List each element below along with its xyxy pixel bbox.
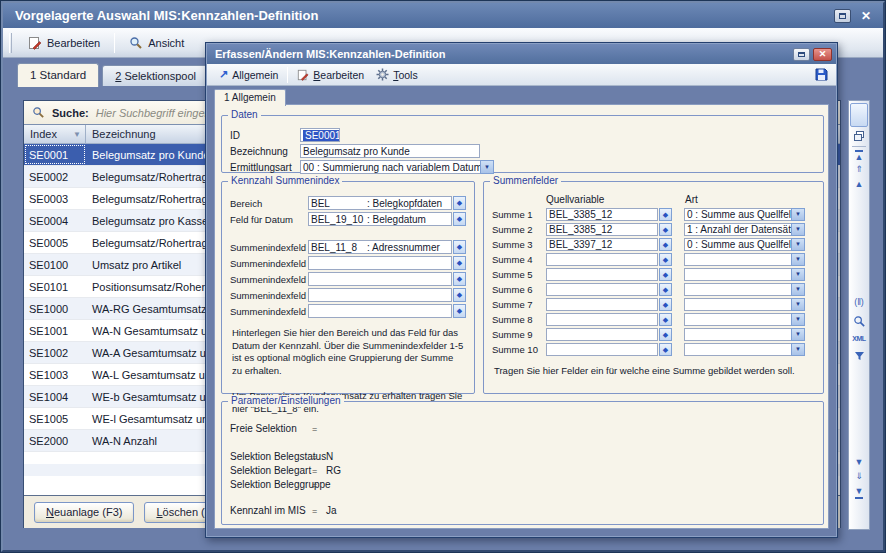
tab-allgemein[interactable]: 1 Allgemein bbox=[214, 89, 286, 106]
dialog-restore-button[interactable] bbox=[793, 48, 810, 61]
quellvariable-lookup-icon[interactable]: ◆ bbox=[659, 223, 672, 236]
summenindexfeld-lookup-icon[interactable]: ◆ bbox=[453, 304, 466, 318]
quellvariable-lookup-icon[interactable]: ◆ bbox=[659, 283, 672, 296]
ansicht-button[interactable]: Ansicht bbox=[119, 32, 194, 54]
dialog-bearbeiten-menu[interactable]: Bearbeiten bbox=[291, 67, 370, 83]
copy-icon[interactable] bbox=[849, 130, 869, 142]
quellvariable-lookup-icon[interactable]: ◆ bbox=[659, 268, 672, 281]
chevron-down-icon[interactable]: ▼ bbox=[791, 223, 805, 236]
bezeichnung-field[interactable]: Belegumsatz pro Kunde bbox=[300, 144, 480, 158]
bereich-lookup-icon[interactable]: ◆ bbox=[453, 196, 466, 210]
chevron-down-icon[interactable]: ▼ bbox=[480, 160, 494, 174]
allgemein-menu[interactable]: ↗ Allgemein bbox=[213, 66, 284, 83]
quellvariable-lookup-icon[interactable]: ◆ bbox=[659, 253, 672, 266]
maximize-button[interactable] bbox=[834, 9, 851, 23]
quellvariable-field[interactable] bbox=[546, 268, 658, 281]
quellvariable-field[interactable] bbox=[546, 313, 658, 326]
quellvariable-lookup-icon[interactable]: ◆ bbox=[659, 238, 672, 251]
art-combobox[interactable]: 0 : Summe aus Quellfeld▼ bbox=[684, 238, 805, 252]
quellvariable-lookup-icon[interactable]: ◆ bbox=[659, 208, 672, 221]
quellvariable-field[interactable] bbox=[546, 298, 658, 311]
scroll-down-icon[interactable]: ▼ bbox=[849, 458, 869, 467]
quellvariable-field[interactable] bbox=[546, 328, 658, 341]
chevron-down-icon[interactable]: ▼ bbox=[791, 268, 805, 281]
table-cell-index: SE0002 bbox=[24, 166, 86, 187]
scroll-page-up-icon[interactable]: ⇑ bbox=[849, 165, 869, 174]
bereich-field[interactable]: BEL: Belegkopfdaten bbox=[308, 196, 452, 210]
quellvariable-lookup-icon[interactable]: ◆ bbox=[659, 343, 672, 356]
bezeichnung-value: Belegumsatz pro Kunde bbox=[303, 146, 410, 157]
feld-datum-label: Feld für Datum bbox=[230, 214, 308, 225]
summenindexfeld-lookup-icon[interactable]: ◆ bbox=[453, 272, 466, 286]
tab-standard[interactable]: 1 Standard bbox=[17, 63, 99, 87]
id-field[interactable]: SE0001 bbox=[300, 128, 340, 142]
summenindexfeld-lookup-icon[interactable]: ◆ bbox=[453, 256, 466, 270]
quellvariable-field[interactable] bbox=[546, 253, 658, 266]
save-icon[interactable] bbox=[815, 68, 828, 81]
art-combobox[interactable]: 1 : Anzahl der Datensätze▼ bbox=[684, 223, 805, 237]
feld-datum-lookup-icon[interactable]: ◆ bbox=[453, 212, 466, 226]
chevron-down-icon[interactable]: ▼ bbox=[791, 208, 805, 221]
quellvariable-field[interactable]: BEL_3385_12 bbox=[546, 223, 658, 236]
chevron-down-icon[interactable]: ▼ bbox=[791, 238, 805, 251]
summenindexfeld-field[interactable] bbox=[308, 288, 452, 302]
summe-row: Summe 10◆▼ bbox=[492, 343, 815, 357]
art-combobox[interactable]: ▼ bbox=[684, 313, 805, 327]
summe-label: Summe 7 bbox=[492, 299, 546, 310]
column-header-index[interactable]: Index ▼ bbox=[24, 125, 86, 143]
summenindexfeld-field[interactable]: BEL_11_8: Adressnummer bbox=[308, 240, 452, 254]
feld-datum-field[interactable]: BEL_19_10: Belegdatum bbox=[308, 212, 452, 226]
summenindexfeld-lookup-icon[interactable]: ◆ bbox=[453, 288, 466, 302]
summenindexfeld-label: Summenindexfeld 3 bbox=[230, 274, 308, 285]
quellvariable-lookup-icon[interactable]: ◆ bbox=[659, 298, 672, 311]
art-combobox[interactable]: ▼ bbox=[684, 343, 805, 357]
summenindexfeld-field[interactable] bbox=[308, 272, 452, 286]
scroll-up-icon[interactable]: ▲ bbox=[849, 180, 869, 189]
chevron-down-icon[interactable]: ▼ bbox=[791, 298, 805, 311]
xml-icon[interactable]: XML bbox=[849, 335, 869, 342]
parameter-value: N bbox=[326, 451, 815, 462]
quellvariable-lookup-icon[interactable]: ◆ bbox=[659, 313, 672, 326]
tools-menu[interactable]: Tools bbox=[370, 66, 424, 83]
quellvariable-field[interactable]: BEL_3397_12 bbox=[546, 238, 658, 251]
dialog-close-button[interactable]: ✕ bbox=[813, 48, 832, 61]
strip-search-icon[interactable] bbox=[849, 315, 869, 328]
close-button[interactable]: ✕ bbox=[861, 9, 871, 23]
neuanlage-button[interactable]: Neuanlage (F3) bbox=[34, 502, 134, 523]
chevron-down-icon[interactable]: ▼ bbox=[791, 343, 805, 356]
quellvariable-field[interactable]: BEL_3385_12 bbox=[546, 208, 658, 221]
toolbar-grip[interactable] bbox=[9, 33, 12, 53]
summe-label: Summe 4 bbox=[492, 254, 546, 265]
edit-icon bbox=[28, 36, 42, 50]
quellvariable-field[interactable] bbox=[546, 283, 658, 296]
quellvariable-field[interactable] bbox=[546, 343, 658, 356]
scroll-bottom-icon[interactable]: ▼ bbox=[849, 487, 869, 499]
window-button[interactable] bbox=[850, 103, 868, 127]
chevron-down-icon[interactable]: ▼ bbox=[791, 328, 805, 341]
summenindexfeld-label: Summenindexfeld 5 bbox=[230, 306, 308, 317]
scroll-top-icon[interactable]: ▲ bbox=[849, 150, 869, 162]
chevron-down-icon[interactable]: ▼ bbox=[791, 283, 805, 296]
art-value bbox=[684, 343, 791, 356]
summenindexfeld-lookup-icon[interactable]: ◆ bbox=[453, 240, 466, 254]
art-combobox[interactable]: 0 : Summe aus Quellfeld▼ bbox=[684, 208, 805, 222]
quellvariable-lookup-icon[interactable]: ◆ bbox=[659, 328, 672, 341]
chevron-down-icon[interactable]: ▼ bbox=[791, 313, 805, 326]
bearbeiten-button[interactable]: Bearbeiten bbox=[18, 32, 110, 54]
art-combobox[interactable]: ▼ bbox=[684, 268, 805, 282]
summenindexfeld-field[interactable] bbox=[308, 256, 452, 270]
art-combobox[interactable]: ▼ bbox=[684, 253, 805, 267]
summe-row: Summe 8◆▼ bbox=[492, 313, 815, 327]
tab-selektionspool[interactable]: 2 Selektionspool bbox=[102, 65, 209, 86]
scroll-page-down-icon[interactable]: ⇓ bbox=[849, 472, 869, 481]
columns-icon[interactable]: (‖) bbox=[849, 297, 869, 307]
summenindexfeld-field[interactable] bbox=[308, 304, 452, 318]
art-combobox[interactable]: ▼ bbox=[684, 298, 805, 312]
filter-icon[interactable] bbox=[849, 351, 869, 361]
ermittlungsart-combobox[interactable]: 00 : Summierung nach variablem Datum ▼ bbox=[300, 160, 494, 174]
art-combobox[interactable]: ▼ bbox=[684, 283, 805, 297]
north-east-arrow-icon: ↗ bbox=[219, 68, 228, 81]
equals-sign: = bbox=[312, 480, 326, 490]
chevron-down-icon[interactable]: ▼ bbox=[791, 253, 805, 266]
art-combobox[interactable]: ▼ bbox=[684, 328, 805, 342]
